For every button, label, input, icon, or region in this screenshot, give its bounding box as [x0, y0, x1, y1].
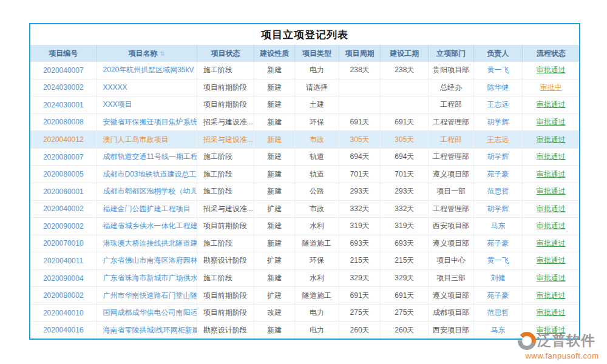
cell-cycle: 693天 — [339, 235, 381, 252]
cell-nature: 新建 — [254, 149, 295, 166]
cell-flow[interactable]: 审批通过 — [523, 96, 579, 113]
cell-name[interactable]: 广东省佛山市南海区洛府园林环保... — [97, 252, 197, 269]
table-row[interactable]: 2020080005成都市D03地铁轨道建设总工程项目施工阶段新建轨道701天7… — [30, 166, 579, 183]
cell-owner[interactable]: 范思哲 — [474, 183, 523, 200]
cell-status: 招采与建设准... — [197, 114, 255, 131]
column-header-duration: 建设工期 — [381, 45, 429, 62]
table-row[interactable]: 2020070010港珠澳大桥连接线拱北隧道建设工...施工阶段新建隧道施工69… — [30, 235, 579, 253]
table-row[interactable]: 2020040016海南省零陵拱城I线环网柜新建工程勘察设计阶段新建电力260天… — [30, 322, 579, 339]
cell-no[interactable]: 2020060001 — [30, 183, 97, 200]
table-row[interactable]: 2020080002广州市华南快速路石门堂山隧道扩...项目前期阶段扩建隧道施工… — [30, 287, 579, 305]
cell-flow[interactable]: 审批通过 — [523, 114, 579, 131]
cell-no[interactable]: 2024030002 — [30, 79, 97, 96]
cell-owner[interactable]: 王志远 — [474, 131, 523, 148]
cell-type: 轨道 — [295, 166, 339, 183]
table-row[interactable]: 20200400072020年杭州拱墅区域网35kV（第...施工阶段新建电力2… — [30, 62, 579, 79]
table-row[interactable]: 2020080007成都轨道交通11号线一期工程投融...施工阶段新建轨道694… — [30, 149, 579, 166]
table-row[interactable]: 2020090002福建省城乡供水一体化工程建设项目项目前期阶段新建水利319天… — [30, 218, 579, 235]
table-row[interactable]: 2024030001XXX项目项目前期阶段新建土建工程部王志远审批通过 — [30, 96, 579, 114]
cell-type: 土建 — [295, 96, 339, 113]
cell-cycle: 215天 — [339, 252, 381, 269]
cell-status: 勘察设计阶段 — [197, 252, 255, 269]
table-row[interactable]: 2020080008安徽省环保搬迁项目焦炉系统工程...招采与建设准...新建环… — [30, 114, 579, 132]
cell-dept: 工程部 — [429, 96, 474, 113]
cell-name[interactable]: XXXXX — [97, 79, 197, 96]
cell-owner[interactable]: 范思哲 — [474, 305, 523, 322]
cell-no[interactable]: 2020080005 — [30, 166, 97, 183]
cell-flow[interactable]: 审批通过 — [523, 201, 579, 218]
cell-no[interactable]: 2020080007 — [30, 149, 97, 166]
cell-cycle — [339, 79, 381, 96]
cell-name[interactable]: 广州市华南快速路石门堂山隧道扩... — [97, 287, 197, 304]
table-row[interactable]: 2020090004广东省珠海市新城市广场供水项目施工阶段新建水利329天329… — [30, 270, 579, 288]
cell-name[interactable]: 国网成都成华供电公司南阳运输有... — [97, 305, 197, 322]
cell-name[interactable]: 成都轨道交通11号线一期工程投融... — [97, 149, 197, 166]
cell-no[interactable]: 2020040011 — [30, 252, 97, 269]
cell-no[interactable]: 2020040010 — [30, 305, 97, 322]
cell-owner[interactable]: 刘健 — [474, 270, 523, 287]
cell-flow[interactable]: 审批通过 — [523, 218, 579, 235]
cell-owner[interactable]: 黄一飞 — [474, 252, 523, 269]
table-row[interactable]: 2020040011广东省佛山市南海区洛府园林环保...勘察设计阶段扩建环保21… — [30, 252, 579, 270]
cell-name[interactable]: 福建省城乡供水一体化工程建设项目 — [97, 218, 197, 235]
cell-name[interactable]: 澳门人工岛市政项目 — [97, 131, 197, 148]
cell-duration: 694天 — [381, 149, 429, 166]
cell-no[interactable]: 2020040007 — [30, 62, 97, 79]
cell-no[interactable]: 2020040002 — [30, 201, 97, 218]
cell-no[interactable]: 2020040012 — [30, 131, 97, 148]
cell-flow[interactable]: 审批通过 — [523, 131, 579, 148]
cell-owner[interactable]: 黄一飞 — [474, 62, 523, 79]
cell-no[interactable]: 2020080008 — [30, 114, 97, 131]
table-row[interactable]: 2020040002福建金门公园扩建工程项目招采与建设准...扩建市政332天3… — [30, 201, 579, 218]
cell-no[interactable]: 2020070010 — [30, 235, 97, 252]
cell-flow[interactable]: 审批通过 — [523, 270, 579, 287]
cell-no[interactable]: 2020090002 — [30, 218, 97, 235]
cell-owner[interactable]: 陈华健 — [474, 79, 523, 96]
cell-no[interactable]: 2020040016 — [30, 322, 97, 339]
cell-owner[interactable]: 苑子豪 — [474, 166, 523, 183]
cell-type: 环保 — [295, 252, 339, 269]
cell-dept: 西安项目部 — [429, 322, 474, 339]
sort-icon[interactable]: ⇅ — [160, 50, 164, 57]
cell-no[interactable]: 2020080002 — [30, 287, 97, 304]
cell-dept: 成都项目部 — [429, 305, 474, 322]
cell-cycle: 319天 — [339, 218, 381, 235]
table-row[interactable]: 2020040012澳门人工岛市政项目招采与建设准...新建市政305天305天… — [30, 131, 579, 149]
cell-flow[interactable]: 审批中 — [523, 79, 579, 96]
cell-owner[interactable]: 马东 — [474, 322, 523, 339]
cell-owner[interactable]: 胡学辉 — [474, 114, 523, 131]
cell-name[interactable]: 海南省零陵拱城I线环网柜新建工程 — [97, 322, 197, 339]
cell-name[interactable]: 2020年杭州拱墅区域网35kV（第... — [97, 62, 197, 79]
cell-owner[interactable]: 胡学辉 — [474, 149, 523, 166]
cell-dept: 工程管理部 — [429, 149, 474, 166]
cell-name[interactable]: 福建金门公园扩建工程项目 — [97, 201, 197, 218]
cell-owner[interactable]: 苑子豪 — [474, 235, 523, 252]
cell-flow[interactable]: 审批通过 — [523, 235, 579, 252]
cell-no[interactable]: 2024030001 — [30, 96, 97, 113]
cell-owner[interactable]: 胡学辉 — [474, 201, 523, 218]
cell-owner[interactable]: 马东 — [474, 218, 523, 235]
column-header-name[interactable]: 项目名称⇅ — [97, 45, 197, 62]
cell-flow[interactable]: 审批通过 — [523, 149, 579, 166]
cell-name[interactable]: 安徽省环保搬迁项目焦炉系统工程... — [97, 114, 197, 131]
cell-no[interactable]: 2020090004 — [30, 270, 97, 287]
fanpu-logo-icon — [518, 332, 536, 350]
cell-name[interactable]: 广东省珠海市新城市广场供水项目 — [97, 270, 197, 287]
cell-flow[interactable]: 审批通过 — [523, 183, 579, 200]
cell-name[interactable]: 成都市郫都区泡桐学校（幼儿园）... — [97, 183, 197, 200]
cell-flow[interactable]: 审批通过 — [523, 305, 579, 322]
cell-status: 项目前期阶段 — [197, 218, 255, 235]
cell-flow[interactable]: 审批通过 — [523, 252, 579, 269]
cell-name[interactable]: XXX项目 — [97, 96, 197, 113]
table-row[interactable]: 2020060001成都市郫都区泡桐学校（幼儿园）...施工阶段新建公路293天… — [30, 183, 579, 201]
cell-owner[interactable]: 苑子豪 — [474, 287, 523, 304]
cell-flow[interactable]: 审批通过 — [523, 166, 579, 183]
cell-flow[interactable]: 审批通过 — [523, 62, 579, 79]
cell-flow[interactable]: 审批通过 — [523, 287, 579, 304]
table-row[interactable]: 2020040010国网成都成华供电公司南阳运输有...项目前期阶段改建电力27… — [30, 305, 579, 322]
cell-name[interactable]: 成都市D03地铁轨道建设总工程项目 — [97, 166, 197, 183]
cell-name[interactable]: 港珠澳大桥连接线拱北隧道建设工... — [97, 235, 197, 252]
cell-owner[interactable]: 王志远 — [474, 96, 523, 113]
table-row[interactable]: 2024030002XXXXX项目前期阶段新建请选择总经办陈华健审批中 — [30, 79, 579, 97]
page-title: 项目立项登记列表 — [30, 24, 579, 45]
